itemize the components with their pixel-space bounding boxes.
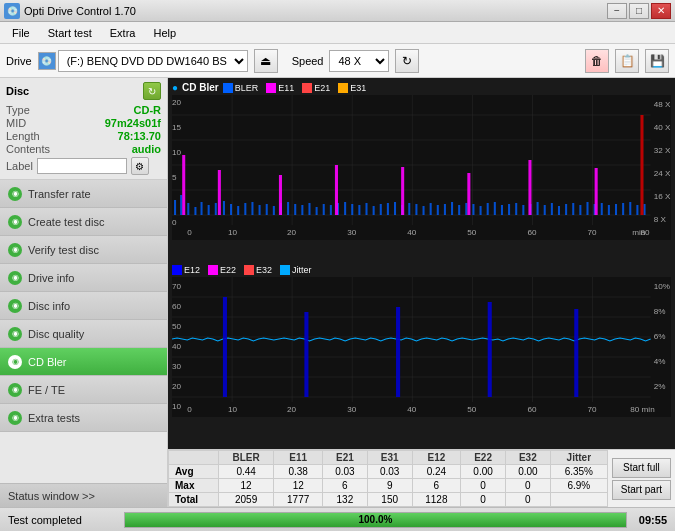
drive-label: Drive: [6, 55, 32, 67]
menu-start-test[interactable]: Start test: [40, 25, 100, 41]
svg-rect-63: [537, 202, 539, 215]
sidebar-item-verify-test-disc[interactable]: ◉ Verify test disc: [0, 236, 167, 264]
svg-text:60: 60: [527, 228, 537, 237]
svg-rect-13: [180, 195, 182, 215]
disc-header: Disc ↻: [6, 82, 161, 100]
disc-refresh-button[interactable]: ↻: [143, 82, 161, 100]
erase-button[interactable]: 🗑: [585, 49, 609, 73]
svg-rect-15: [194, 207, 196, 215]
bottom-chart-wrapper: 70 60 50 40 30 20 10 10% 8% 6% 4% 2%: [172, 277, 671, 417]
svg-rect-32: [316, 207, 318, 215]
progress-container: 100.0%: [124, 512, 627, 528]
svg-text:20: 20: [287, 405, 297, 414]
svg-rect-47: [423, 206, 425, 215]
sidebar-item-disc-info[interactable]: ◉ Disc info: [0, 292, 167, 320]
stats-buttons-wrapper: Start full Start part: [608, 450, 675, 507]
svg-rect-52: [458, 205, 460, 215]
disc-label-edit-button[interactable]: ⚙: [131, 157, 149, 175]
svg-rect-60: [515, 203, 517, 215]
legend-e12: E12: [172, 265, 200, 275]
max-jitter: 6.9%: [550, 479, 607, 493]
save-button[interactable]: 💾: [645, 49, 669, 73]
disc-length-label: Length: [6, 130, 40, 142]
bottom-chart-title: E12 E22 E32 Jitter: [172, 265, 671, 275]
disc-label-row: Label ⚙: [6, 157, 161, 175]
sidebar-item-disc-quality[interactable]: ◉ Disc quality: [0, 320, 167, 348]
minimize-button[interactable]: −: [607, 3, 627, 19]
menu-extra[interactable]: Extra: [102, 25, 144, 41]
sidebar-item-drive-info[interactable]: ◉ Drive info: [0, 264, 167, 292]
svg-rect-39: [365, 203, 367, 215]
col-header-e12: E12: [412, 451, 461, 465]
progress-text: 100.0%: [125, 513, 626, 527]
row-label-avg: Avg: [169, 465, 219, 479]
legend-bler: BLER: [223, 83, 259, 93]
svg-rect-64: [544, 205, 546, 215]
disc-mid-row: MID 97m24s01f: [6, 117, 161, 129]
disc-type-value: CD-R: [134, 104, 162, 116]
extra-tests-icon: ◉: [8, 411, 22, 425]
drive-select[interactable]: (F:) BENQ DVD DD DW1640 BSRB: [58, 50, 248, 72]
svg-rect-26: [273, 206, 275, 215]
svg-rect-82: [335, 165, 338, 215]
svg-rect-81: [279, 175, 282, 215]
copy-button[interactable]: 📋: [615, 49, 639, 73]
sidebar-item-fe-te[interactable]: ◉ FE / TE: [0, 376, 167, 404]
avg-e11: 0.38: [274, 465, 323, 479]
svg-text:20: 20: [172, 382, 182, 391]
svg-rect-69: [579, 205, 581, 215]
svg-rect-36: [344, 202, 346, 215]
status-text: Test completed: [0, 514, 120, 526]
table-row: Total 2059 1777 132 150 1128 0 0: [169, 493, 608, 507]
svg-rect-42: [387, 203, 389, 215]
total-e21: 132: [323, 493, 368, 507]
status-window-bar[interactable]: Status window >>: [0, 483, 167, 507]
disc-info-icon: ◉: [8, 299, 22, 313]
svg-rect-43: [394, 202, 396, 215]
svg-rect-29: [294, 204, 296, 215]
refresh-speed-button[interactable]: ↻: [395, 49, 419, 73]
legend-e22: E22: [208, 265, 236, 275]
sidebar-item-transfer-rate[interactable]: ◉ Transfer rate: [0, 180, 167, 208]
svg-text:0: 0: [172, 218, 177, 227]
svg-rect-14: [187, 203, 189, 215]
svg-text:15: 15: [172, 123, 182, 132]
drive-selector-container: 💿 (F:) BENQ DVD DD DW1640 BSRB: [38, 50, 248, 72]
speed-select[interactable]: 48 X: [329, 50, 389, 72]
start-full-button[interactable]: Start full: [612, 458, 671, 478]
svg-rect-123: [304, 312, 308, 397]
svg-rect-28: [287, 202, 289, 215]
svg-text:5: 5: [172, 173, 177, 182]
disc-label-input[interactable]: [37, 158, 127, 174]
sidebar-item-cd-bler[interactable]: ◉ CD Bler: [0, 348, 167, 376]
sidebar-item-extra-tests[interactable]: ◉ Extra tests: [0, 404, 167, 432]
svg-rect-87: [640, 115, 643, 215]
svg-rect-67: [565, 204, 567, 215]
svg-rect-61: [522, 205, 524, 215]
max-bler: 12: [218, 479, 274, 493]
svg-text:40: 40: [172, 342, 182, 351]
svg-rect-23: [251, 202, 253, 215]
menu-help[interactable]: Help: [145, 25, 184, 41]
row-label-total: Total: [169, 493, 219, 507]
close-button[interactable]: ✕: [651, 3, 671, 19]
menubar: File Start test Extra Help: [0, 22, 675, 44]
transfer-rate-icon: ◉: [8, 187, 22, 201]
eject-button[interactable]: ⏏: [254, 49, 278, 73]
disc-length-value: 78:13.70: [118, 130, 161, 142]
sidebar-nav: ◉ Transfer rate ◉ Create test disc ◉ Ver…: [0, 180, 167, 483]
svg-rect-30: [301, 205, 303, 215]
sidebar-item-create-test-disc[interactable]: ◉ Create test disc: [0, 208, 167, 236]
menu-file[interactable]: File: [4, 25, 38, 41]
svg-rect-16: [201, 202, 203, 215]
col-header-e32: E32: [505, 451, 550, 465]
svg-text:40: 40: [407, 228, 417, 237]
verify-test-disc-icon: ◉: [8, 243, 22, 257]
max-e12: 6: [412, 479, 461, 493]
svg-rect-75: [622, 203, 624, 215]
disc-label-label: Label: [6, 160, 33, 172]
svg-text:10: 10: [172, 402, 182, 411]
start-part-button[interactable]: Start part: [612, 480, 671, 500]
maximize-button[interactable]: □: [629, 3, 649, 19]
svg-rect-31: [308, 203, 310, 215]
